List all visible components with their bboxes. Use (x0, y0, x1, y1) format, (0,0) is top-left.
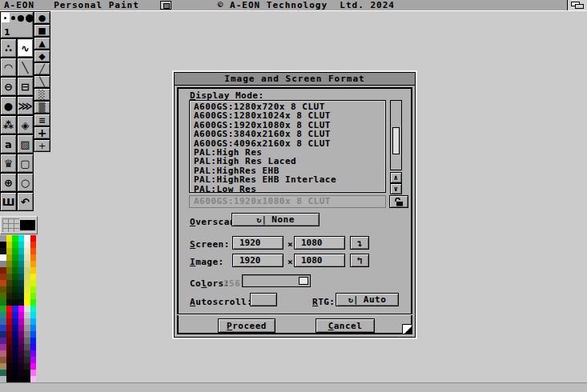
palette-swatch[interactable] (12, 280, 18, 286)
resize-gadget[interactable] (402, 324, 412, 334)
palette-swatch[interactable] (6, 248, 13, 254)
tool-dotted-freehand-icon[interactable]: ∴ (0, 38, 17, 58)
screen-height-field[interactable]: 1080 (294, 236, 345, 250)
tool-filled-diamond-icon[interactable]: ◆ (34, 50, 50, 62)
palette-swatch[interactable] (30, 318, 37, 325)
tool-pattern-dense-icon[interactable]: ▒ (34, 101, 50, 114)
palette-swatch[interactable] (24, 376, 30, 382)
palette-swatch[interactable] (12, 338, 18, 344)
screen-title-bar[interactable]: A-EON Personal Paint © A-EON Technology … (0, 0, 587, 11)
palette-swatch[interactable] (6, 267, 13, 274)
iconify-gadget-icon[interactable] (160, 1, 171, 10)
palette-swatch[interactable] (18, 261, 25, 267)
palette-swatch[interactable] (30, 350, 37, 357)
palette-swatch[interactable] (30, 261, 37, 267)
palette-swatch[interactable] (6, 299, 13, 306)
palette-swatch[interactable] (6, 363, 13, 370)
palette-swatch[interactable] (6, 357, 13, 363)
tool-curve-icon[interactable]: ◠ (0, 58, 17, 77)
palette-swatch[interactable] (24, 338, 30, 344)
palette-swatch[interactable] (30, 280, 37, 286)
tool-diag-line-down-icon[interactable]: ╲ (34, 75, 50, 88)
palette-swatch[interactable] (18, 280, 25, 286)
palette-swatch[interactable] (6, 306, 13, 312)
palette-swatch[interactable] (6, 261, 13, 267)
palette-swatch[interactable] (6, 274, 13, 280)
palette-swatch[interactable] (24, 350, 30, 357)
palette-swatch[interactable] (0, 267, 6, 274)
tool-freehand-icon[interactable]: ∿ (17, 38, 34, 58)
palette-swatch[interactable] (0, 344, 6, 350)
palette-swatch[interactable] (12, 350, 18, 357)
palette-swatch[interactable] (12, 286, 18, 293)
brush-dot-4[interactable] (26, 14, 34, 22)
brush-dot-1[interactable] (4, 17, 6, 19)
palette-swatch[interactable] (12, 254, 18, 261)
palette-swatch[interactable] (30, 235, 37, 242)
palette-swatch[interactable] (24, 267, 30, 274)
palette-swatch[interactable] (18, 318, 25, 325)
palette-swatch[interactable] (18, 331, 25, 338)
palette-swatch[interactable] (24, 325, 30, 331)
palette-swatch[interactable] (0, 331, 6, 338)
tool-filled-ellipse-icon[interactable]: ● (0, 96, 17, 115)
scroll-down-button[interactable]: ∨ (390, 183, 402, 194)
tool-undo-icon[interactable]: ↶ (17, 192, 34, 211)
palette-swatch[interactable] (24, 248, 30, 254)
proceed-button[interactable]: Proceed (218, 318, 275, 333)
tool-cross-thin-icon[interactable]: + (34, 139, 50, 152)
tool-pattern-lines-icon[interactable]: ≡ (34, 114, 50, 126)
palette-swatch[interactable] (30, 267, 37, 274)
palette-swatch[interactable] (6, 242, 13, 248)
palette-swatch[interactable] (0, 312, 6, 318)
palette-swatch[interactable] (6, 254, 13, 261)
palette-swatch[interactable] (12, 306, 18, 312)
palette-swatch[interactable] (12, 242, 18, 248)
screen-width-field[interactable]: 1920 (232, 236, 283, 250)
palette-swatch[interactable] (24, 235, 30, 242)
palette-swatch[interactable] (30, 376, 37, 382)
palette-swatch[interactable] (6, 293, 13, 299)
palette-swatch[interactable] (24, 306, 30, 312)
palette-swatch[interactable] (0, 325, 6, 331)
palette-swatch[interactable] (30, 344, 37, 350)
palette-swatch[interactable] (24, 261, 30, 267)
palette-swatch[interactable] (0, 338, 6, 344)
palette-swatch[interactable] (24, 318, 30, 325)
palette-swatch[interactable] (0, 306, 6, 312)
tool-gradient-icon[interactable]: ▨ (17, 134, 34, 154)
palette-swatch[interactable] (30, 363, 37, 370)
display-mode-scrollbar[interactable] (390, 100, 402, 170)
palette-swatch[interactable] (18, 242, 25, 248)
tool-clear-icon[interactable]: Ш (0, 192, 17, 211)
palette-swatch[interactable] (30, 312, 37, 318)
palette-swatch[interactable] (24, 280, 30, 286)
palette-swatch[interactable] (0, 242, 6, 248)
palette-swatch[interactable] (30, 242, 37, 248)
palette-swatch[interactable] (24, 344, 30, 350)
palette-swatch[interactable] (18, 267, 25, 274)
palette-swatch[interactable] (24, 286, 30, 293)
palette-swatch[interactable] (18, 312, 25, 318)
palette-swatch[interactable] (6, 312, 13, 318)
palette-swatch[interactable] (0, 274, 6, 280)
palette-swatch[interactable] (6, 286, 13, 293)
palette-swatch[interactable] (6, 318, 13, 325)
palette-swatch[interactable] (18, 248, 25, 254)
palette-swatch[interactable] (6, 280, 13, 286)
palette-swatch[interactable] (6, 376, 13, 382)
tool-text[interactable]: a (0, 134, 17, 154)
palette-swatch[interactable] (0, 261, 6, 267)
mode-item[interactable]: A600GS:3840x2160x 8 CLUT (194, 130, 385, 138)
palette-swatch[interactable] (30, 325, 37, 331)
palette-swatch[interactable] (18, 299, 25, 306)
mode-item[interactable]: PAL:HighRes EHB Interlace (194, 175, 385, 184)
palette-swatch[interactable] (12, 331, 18, 338)
tool-zoom-icon[interactable]: ○ (17, 173, 34, 192)
palette-swatch[interactable] (30, 254, 37, 261)
scrollbar-thumb[interactable] (392, 127, 400, 154)
palette-swatch[interactable] (30, 248, 37, 254)
palette-swatch[interactable] (0, 363, 6, 370)
tool-brush-sizes[interactable]: 1 (0, 11, 34, 38)
palette-swatch[interactable] (6, 370, 13, 376)
